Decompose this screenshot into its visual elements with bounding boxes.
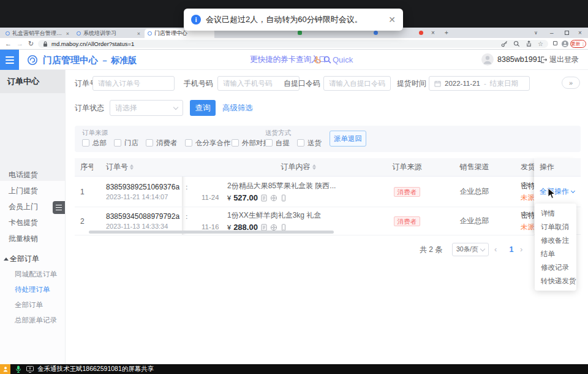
advanced-filter-link[interactable]: 高级筛选	[222, 100, 253, 116]
chevron-down-icon	[480, 246, 485, 251]
cell-index: 1	[75, 177, 93, 207]
menu-item-close-order[interactable]: 结单	[535, 248, 576, 260]
new-tab-button[interactable]: +	[445, 29, 448, 37]
col-header-order-no[interactable]: 订单号	[93, 162, 182, 172]
checkbox-delivery[interactable]: 送货	[297, 138, 322, 148]
checkbox-warehouse-share[interactable]: 仓分享合作	[185, 138, 231, 148]
window-minimize-icon[interactable]: –	[550, 29, 554, 37]
share-icon[interactable]	[526, 40, 532, 47]
menu-item-edit-remark[interactable]: 修改备注	[535, 234, 576, 246]
sidebar-item-door-pickup[interactable]: 上门提货	[0, 183, 65, 199]
checkbox-icon[interactable]	[297, 139, 304, 147]
checkbox-icon[interactable]	[185, 139, 192, 147]
dispatch-return-button[interactable]: 派单退回	[330, 131, 366, 147]
forward-icon[interactable]: →	[17, 39, 23, 48]
menu-item-edit-history[interactable]: 修改记录	[535, 261, 576, 273]
sidebar-item-pending-orders[interactable]: 待处理订单	[0, 282, 65, 297]
chevron-down-icon	[571, 189, 575, 193]
checkbox-icon[interactable]	[114, 139, 121, 147]
checkbox-icon[interactable]	[265, 139, 273, 147]
expand-filters-button[interactable]: »	[562, 77, 580, 89]
menu-item-switch-express[interactable]: 转快递发货	[535, 275, 576, 287]
quick-search-icon[interactable]	[323, 56, 331, 64]
next-page-icon[interactable]: ›	[520, 242, 522, 257]
order-status-label: 订单状态	[75, 100, 104, 116]
order-status-select[interactable]: 请选择	[110, 100, 183, 116]
pickup-code-label: 自提口令码	[284, 76, 320, 91]
checkbox-icon[interactable]	[82, 139, 89, 147]
checkbox-icon[interactable]	[232, 139, 239, 147]
screen-share-icon[interactable]	[26, 366, 34, 373]
sidebar-item-phone-pickup[interactable]: 电话提货	[0, 167, 65, 183]
checkbox-hq[interactable]: 总部	[82, 138, 107, 148]
profile-avatar-icon[interactable]	[562, 40, 568, 47]
delivery-method-label: 送货方式	[265, 129, 291, 137]
pickup-code-input[interactable]	[323, 76, 391, 91]
hidden-tab-favicon-icon[interactable]	[374, 31, 378, 35]
logout-button[interactable]: 退出登录	[540, 50, 579, 70]
table-row[interactable]: 1 83859389251069376a 2023-11-21 14:14:07…	[75, 177, 581, 207]
bookmark-star-icon[interactable]: ☆	[538, 40, 543, 47]
tab-close-icon[interactable]: ×	[66, 31, 69, 37]
page-number-current[interactable]: 1	[507, 242, 516, 257]
tab-close-icon[interactable]: ×	[431, 29, 435, 37]
search-button[interactable]: 查询	[190, 100, 216, 116]
user-avatar[interactable]	[481, 53, 494, 66]
logout-icon	[540, 56, 547, 63]
menu-item-detail[interactable]: 详情	[535, 207, 576, 219]
checkbox-self-pickup[interactable]: 自提	[265, 138, 290, 148]
key-icon[interactable]	[501, 40, 508, 47]
col-header-content[interactable]: 订单内容	[219, 162, 378, 172]
browser-tab-2[interactable]: 系统培训学习 ×	[74, 29, 143, 38]
window-restore-icon[interactable]	[565, 31, 569, 35]
lock-icon	[43, 41, 48, 47]
checkbox-external[interactable]: 外部对接	[232, 138, 270, 148]
order-no-input[interactable]	[92, 76, 175, 91]
receipt-icon	[260, 224, 268, 231]
microphone-icon[interactable]	[15, 365, 21, 373]
phone-label: 手机号码	[184, 76, 213, 91]
checkbox-store[interactable]: 门店	[114, 138, 138, 148]
menu-item-cancel-order[interactable]: 订单取消	[535, 221, 576, 233]
sidebar-section-order-center[interactable]: 订单中心	[0, 70, 65, 93]
quick-link[interactable]: Quick	[333, 50, 353, 70]
tab-close-icon[interactable]: ×	[137, 31, 140, 37]
sidebar-item-batch-verify[interactable]: 批量核销	[0, 231, 65, 246]
page-size-select[interactable]: 30条/页	[452, 243, 489, 256]
window-close-icon[interactable]: ×	[578, 29, 582, 37]
sidebar-item-hq-dispatch-records[interactable]: 总部派单记录	[0, 313, 65, 328]
sidebar-item-card-pickup[interactable]: 卡包提货	[0, 215, 65, 231]
site-favicon-icon	[148, 31, 152, 36]
browser-update-button[interactable]: 更新 ⋮	[570, 40, 586, 48]
app-logo-icon	[27, 55, 38, 66]
sidebar-item-all-orders[interactable]: 全部订单	[0, 297, 65, 313]
sidebar-item-city-delivery-orders[interactable]: 同城配送订单	[0, 267, 65, 282]
sidebar-group-all-orders[interactable]: 全部订单	[0, 251, 65, 267]
hamburger-menu-button[interactable]	[0, 50, 19, 70]
col-header-action: 操作	[534, 158, 581, 177]
side-panel-icon[interactable]	[553, 41, 557, 45]
mobile-phone-icon	[280, 194, 287, 202]
toast-close-icon[interactable]: ✕	[388, 15, 396, 25]
tabs-search-chevron-icon[interactable]: ∨	[534, 29, 538, 37]
prev-page-icon[interactable]: ‹	[494, 242, 497, 257]
address-bar[interactable]: md.maboy.cn/AllOrder?status=1 ☆	[38, 40, 548, 48]
browser-tab-1[interactable]: 礼盒营销平台管理中心 ×	[2, 29, 72, 38]
date-range-picker[interactable]: 2022-11-21 - 结束日期	[429, 76, 530, 91]
sort-icon[interactable]	[130, 164, 134, 170]
horizontal-scrollbar[interactable]	[89, 231, 334, 234]
all-actions-dropdown-trigger[interactable]: 全部操作	[540, 186, 575, 197]
back-icon[interactable]: ←	[5, 39, 12, 48]
reload-icon[interactable]: ↻	[28, 39, 34, 48]
actions-dropdown-menu: 详情 订单取消 修改备注 结单 修改记录 转快递发货	[535, 204, 576, 291]
sidebar-collapse-handle[interactable]	[53, 201, 65, 214]
checkbox-consumer[interactable]: 消费者	[146, 138, 178, 148]
hidden-tab-favicon-icon[interactable]	[419, 31, 423, 35]
zoom-icon[interactable]	[513, 40, 520, 47]
cell-clipped-column: ： 11-24	[182, 177, 219, 207]
hidden-tab-favicon-icon[interactable]	[298, 31, 302, 35]
checkbox-icon[interactable]	[146, 139, 153, 147]
tab-title: 系统培训学习	[83, 29, 135, 37]
cell-order-no: 83859389251069376a 2023-11-21 14:14:07	[93, 177, 182, 207]
sort-icon[interactable]	[312, 164, 316, 170]
